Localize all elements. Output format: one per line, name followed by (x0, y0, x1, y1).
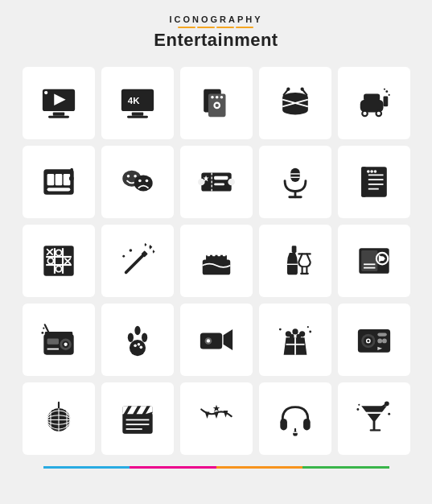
underline-bar (197, 27, 215, 28)
icon-cell-video-camera (180, 304, 253, 376)
svg-point-32 (385, 90, 388, 93)
footer-bar-pink1 (130, 466, 173, 469)
svg-marker-176 (361, 406, 387, 430)
svg-point-48 (145, 180, 148, 183)
icon-cell-clapperboard (101, 382, 174, 455)
video-camera-icon (198, 321, 235, 358)
svg-point-124 (134, 344, 137, 347)
svg-point-137 (296, 334, 301, 339)
svg-marker-167 (204, 411, 209, 419)
birthday-cake-icon (198, 242, 235, 279)
svg-rect-62 (361, 167, 366, 196)
svg-rect-53 (214, 176, 228, 180)
radio-icon (40, 321, 77, 358)
svg-point-95 (207, 247, 210, 250)
tic-tac-toe-icon (40, 242, 77, 279)
svg-line-82 (125, 254, 144, 272)
media-player-icon (356, 242, 393, 279)
svg-point-147 (377, 339, 382, 344)
underline-bar (178, 27, 195, 28)
svg-point-130 (206, 339, 209, 342)
svg-point-179 (384, 401, 389, 406)
svg-point-51 (228, 179, 235, 186)
bumper-car-icon (356, 85, 393, 122)
svg-point-96 (212, 247, 215, 250)
4k-monitor-icon: 4K (119, 85, 156, 122)
icon-cell-bumper-car (338, 67, 410, 139)
svg-rect-26 (383, 96, 388, 106)
svg-point-15 (220, 96, 223, 99)
svg-point-50 (198, 179, 205, 186)
drum-icon (277, 85, 314, 122)
ticket-icon (198, 163, 235, 200)
svg-marker-86 (152, 250, 154, 253)
icon-cell-bowling (101, 304, 174, 376)
svg-point-29 (363, 112, 366, 115)
svg-point-121 (127, 333, 133, 342)
clapperboard-icon (119, 400, 156, 437)
footer-bar-green2 (346, 466, 389, 469)
svg-point-97 (217, 247, 220, 250)
svg-point-69 (373, 170, 376, 173)
theater-masks-icon (119, 163, 156, 200)
svg-rect-6 (131, 113, 142, 116)
svg-point-44 (126, 175, 130, 178)
svg-rect-1 (52, 113, 64, 116)
svg-rect-114 (47, 339, 58, 345)
svg-rect-31 (364, 94, 380, 101)
svg-point-145 (367, 340, 369, 342)
svg-marker-84 (149, 245, 152, 250)
icon-cell-recipe-book (338, 146, 410, 218)
icon-cell-headphones (259, 382, 331, 455)
svg-point-119 (43, 328, 44, 329)
icon-cell-cocktail (338, 382, 410, 455)
playing-cards-icon (198, 85, 235, 122)
svg-rect-54 (214, 183, 224, 185)
svg-point-46 (134, 175, 152, 191)
icon-cell-streaming-monitor (23, 67, 95, 139)
footer-bar-blue2 (86, 466, 130, 469)
svg-point-47 (138, 180, 142, 183)
svg-point-122 (142, 333, 147, 342)
footer-bar-pink2 (173, 466, 216, 469)
footer-bar-orange2 (259, 466, 302, 469)
svg-point-14 (215, 96, 218, 99)
svg-rect-39 (47, 188, 70, 191)
dj-player-icon (356, 321, 393, 358)
svg-point-140 (307, 326, 308, 328)
underline-bar (236, 27, 253, 28)
cocktail-icon (356, 400, 393, 437)
icon-cell-microphone (259, 146, 331, 218)
svg-rect-49 (201, 173, 231, 192)
svg-text:4K: 4K (127, 96, 139, 105)
disco-ball-icon (40, 400, 77, 437)
svg-rect-36 (47, 174, 54, 185)
magic-wand-icon (119, 242, 156, 279)
svg-point-33 (388, 94, 389, 96)
svg-point-34 (383, 89, 385, 90)
svg-point-87 (129, 249, 132, 252)
svg-rect-171 (280, 419, 287, 430)
streaming-monitor-icon (40, 85, 77, 122)
svg-rect-2 (48, 116, 69, 118)
svg-point-181 (356, 408, 359, 411)
svg-point-98 (222, 247, 225, 250)
svg-point-67 (367, 170, 370, 173)
svg-rect-146 (377, 333, 387, 336)
wine-bottle-icon (277, 242, 314, 279)
icon-cell-ticket (180, 146, 253, 218)
svg-point-4 (44, 91, 47, 94)
svg-point-120 (134, 326, 140, 336)
footer-bar-green1 (302, 466, 346, 469)
svg-point-41 (68, 176, 73, 181)
svg-point-113 (64, 343, 67, 346)
svg-line-117 (44, 324, 47, 332)
icon-cell-playing-cards (180, 67, 253, 139)
icon-cell-tic-tac-toe (23, 225, 95, 297)
icon-cell-radio (23, 304, 95, 376)
icon-cell-drum (259, 67, 331, 139)
icon-cell-media-player (338, 225, 410, 297)
underline-bar (216, 27, 234, 28)
svg-point-88 (122, 255, 125, 258)
icon-cell-wine-bottle (259, 225, 331, 297)
